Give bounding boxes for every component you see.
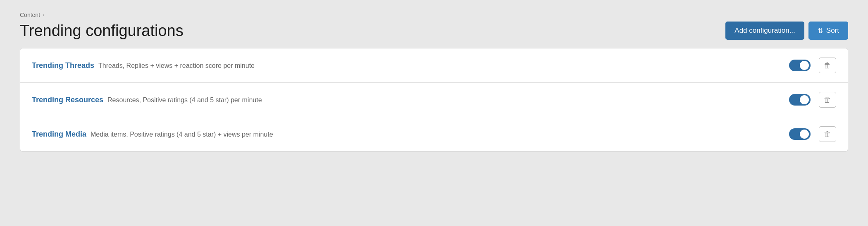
- delete-trending-resources-button[interactable]: 🗑: [819, 92, 836, 108]
- config-item-trending-media: Trending Media Media items, Positive rat…: [20, 117, 848, 151]
- trash-icon: 🗑: [824, 61, 831, 70]
- config-description-trending-resources: Resources, Positive ratings (4 and 5 sta…: [107, 96, 262, 104]
- toggle-slider-1: [789, 60, 811, 71]
- toggle-trending-threads[interactable]: [789, 60, 811, 71]
- sort-button-label: Sort: [826, 26, 839, 35]
- config-description-trending-media: Media items, Positive ratings (4 and 5 s…: [91, 131, 273, 138]
- add-configuration-button[interactable]: Add configuration...: [725, 22, 804, 40]
- config-item-right-3: 🗑: [789, 126, 836, 142]
- header-actions: Add configuration... ⇅ Sort: [725, 22, 848, 40]
- config-name-trending-threads[interactable]: Trending Threads: [32, 61, 94, 70]
- config-item-trending-resources: Trending Resources Resources, Positive r…: [20, 83, 848, 117]
- config-description-trending-threads: Threads, Replies + views + reaction scor…: [98, 62, 255, 70]
- toggle-trending-media[interactable]: [789, 128, 811, 140]
- toggle-trending-resources[interactable]: [789, 94, 811, 106]
- config-list: Trending Threads Threads, Replies + view…: [20, 48, 848, 151]
- page-title: Trending configurations: [20, 22, 184, 40]
- delete-trending-media-button[interactable]: 🗑: [819, 126, 836, 142]
- config-name-trending-resources[interactable]: Trending Resources: [32, 96, 103, 104]
- toggle-slider-3: [789, 128, 811, 140]
- delete-trending-threads-button[interactable]: 🗑: [819, 58, 836, 73]
- trash-icon-2: 🗑: [824, 96, 831, 104]
- header-row: Trending configurations Add configuratio…: [20, 22, 848, 40]
- page-container: Content › Trending configurations Add co…: [0, 0, 868, 226]
- config-item-left-3: Trending Media Media items, Positive rat…: [32, 130, 789, 139]
- trash-icon-3: 🗑: [824, 130, 831, 139]
- breadcrumb-content[interactable]: Content: [20, 12, 40, 18]
- config-item-left: Trending Threads Threads, Replies + view…: [32, 61, 789, 70]
- breadcrumb-separator: ›: [43, 12, 44, 18]
- config-item-right-2: 🗑: [789, 92, 836, 108]
- sort-button[interactable]: ⇅ Sort: [808, 22, 848, 40]
- config-item-right-1: 🗑: [789, 58, 836, 73]
- sort-icon: ⇅: [818, 27, 823, 35]
- toggle-slider-2: [789, 94, 811, 106]
- config-item-trending-threads: Trending Threads Threads, Replies + view…: [20, 48, 848, 83]
- config-item-left-2: Trending Resources Resources, Positive r…: [32, 96, 789, 104]
- breadcrumb: Content ›: [20, 12, 848, 18]
- config-name-trending-media[interactable]: Trending Media: [32, 130, 86, 139]
